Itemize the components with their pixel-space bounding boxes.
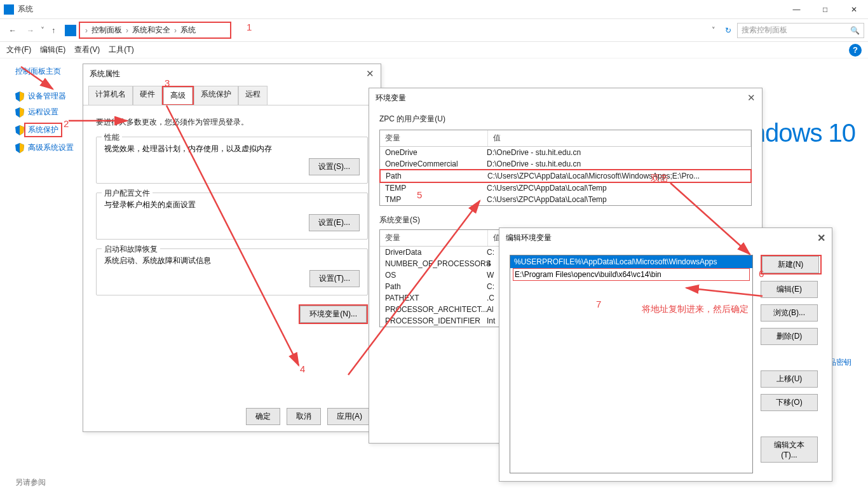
new-button[interactable]: 新建(N) (762, 256, 819, 273)
tab-protection[interactable]: 系统保护 (194, 86, 238, 105)
tab-remote[interactable]: 远程 (238, 86, 268, 105)
admin-text: 要进行大多数更改，您必须作为管理员登录。 (96, 117, 368, 128)
move-up-button[interactable]: 上移(U) (761, 370, 818, 388)
menu-view[interactable]: 查看(V) (74, 44, 100, 55)
dialog-title-bar: 系统属性 ✕ (83, 64, 381, 83)
performance-group: 性能 视觉效果，处理器计划，内存使用，以及虚拟内存 设置(S)... (96, 137, 368, 184)
system-properties-dialog: 系统属性 ✕ 计算机名 硬件 高级 系统保护 远程 要进行大多数更改，您必须作为… (83, 64, 381, 432)
user-vars-section: ZPC 的用户变量(U) 变量 值 OneDriveD:\OneDrive - … (369, 107, 762, 206)
search-input[interactable]: 搜索控制面板 🔍 (737, 23, 864, 38)
link-remote-settings[interactable]: 远程设置 (15, 107, 89, 118)
maximize-button[interactable]: □ (811, 0, 839, 19)
windows-logo-text: ndows 10 (752, 119, 855, 147)
link-label-2: 系统保护 (28, 125, 58, 134)
control-panel-home-link[interactable]: 控制面板主页 (15, 66, 89, 77)
profile-group: 用户配置文件 与登录帐户相关的桌面设置 设置(E)... (96, 193, 368, 240)
sys-vars-label: 系统变量(S) (369, 206, 762, 229)
edit-button[interactable]: 编辑(E) (761, 281, 818, 298)
dialog-footer: 确定 取消 应用(A) (246, 408, 372, 425)
menu-edit[interactable]: 编辑(E) (40, 44, 65, 55)
dialog-body: %USERPROFILE%\AppData\Local\Microsoft\Wi… (499, 247, 832, 481)
group-legend: 用户配置文件 (102, 188, 153, 199)
refresh-icon[interactable]: ↻ (722, 26, 735, 35)
perf-settings-button[interactable]: 设置(S)... (309, 158, 360, 175)
window-controls: — □ ✕ (782, 0, 868, 19)
tab-strip: 计算机名 硬件 高级 系统保护 远程 (83, 83, 381, 105)
path-item-1[interactable]: E:\Program Files\opencv\build\x64\vc14\b… (513, 268, 750, 281)
anno-2: 2 (64, 118, 69, 129)
edit-text-button[interactable]: 编辑文本(T)... (761, 437, 818, 463)
group-legend: 性能 (102, 132, 122, 143)
apply-button[interactable]: 应用(A) (327, 408, 372, 425)
table-row: OneDriveD:\OneDrive - stu.hit.edu.cn (380, 147, 751, 158)
crumb-0[interactable]: 控制面板 (90, 25, 123, 36)
path-row[interactable]: PathC:\Users\ZPC\AppData\Local\Microsoft… (379, 169, 752, 183)
anno-4: 4 (300, 363, 305, 374)
browse-button[interactable]: 浏览(B)... (761, 304, 818, 322)
tab-computer-name[interactable]: 计算机名 (88, 86, 133, 105)
ok-button[interactable]: 确定 (246, 408, 280, 425)
path-item-0[interactable]: %USERPROFILE%\AppData\Local\Microsoft\Wi… (510, 255, 752, 268)
table-row: TMPC:\Users\ZPC\AppData\Local\Temp (380, 194, 751, 205)
forward-button[interactable]: → (23, 23, 38, 38)
delete-button[interactable]: 删除(D) (761, 328, 818, 345)
left-nav: 控制面板主页 设备管理器 远程设置 系统保护 高级系统设置 另请参阅 安全和维护 (0, 58, 89, 488)
dialog-title: 环境变量 (376, 93, 406, 104)
breadcrumb[interactable]: › 控制面板 › 系统和安全 › 系统 (79, 22, 231, 39)
dialog-body: 要进行大多数更改，您必须作为管理员登录。 性能 视觉效果，处理器计划，内存使用，… (83, 105, 381, 332)
address-dropdown[interactable]: ˅ (708, 26, 719, 34)
tab-advanced[interactable]: 高级 (163, 87, 193, 104)
anno-6: 6 (759, 268, 764, 279)
anno-7: 7 (596, 299, 601, 309)
app-icon (4, 4, 14, 15)
link-label-3: 高级系统设置 (28, 142, 74, 153)
dialog-title: 编辑环境变量 (506, 233, 552, 243)
link-system-protection[interactable]: 系统保护 (15, 123, 89, 137)
table-row: TEMPC:\Users\ZPC\AppData\Local\Temp (380, 182, 751, 194)
user-vars-table[interactable]: 变量 值 OneDriveD:\OneDrive - stu.hit.edu.c… (379, 130, 752, 206)
profile-settings-button[interactable]: 设置(E)... (309, 214, 360, 231)
up-button[interactable]: ↑ (46, 23, 61, 38)
menu-tools[interactable]: 工具(T) (109, 44, 133, 55)
history-dropdown[interactable]: ˅ (41, 26, 44, 35)
brand-area: ndows 10 (752, 119, 855, 147)
tab-hardware[interactable]: 硬件 (133, 86, 162, 105)
close-button[interactable]: ✕ (839, 0, 868, 19)
link-label-1: 远程设置 (28, 107, 58, 118)
crumb-2[interactable]: 系统 (179, 25, 197, 36)
shield-icon (15, 125, 24, 135)
menu-bar: 文件(F) 编辑(E) 查看(V) 工具(T) ? (0, 42, 868, 58)
link-advanced-system-settings[interactable]: 高级系统设置 (15, 142, 89, 153)
dialog-title: 系统属性 (90, 69, 120, 79)
close-icon[interactable]: ✕ (366, 68, 374, 79)
link-label-0: 设备管理器 (28, 91, 66, 102)
link-device-manager[interactable]: 设备管理器 (15, 91, 89, 102)
dialog-title-bar: 编辑环境变量 ✕ (499, 228, 832, 247)
path-list[interactable]: %USERPROFILE%\AppData\Local\Microsoft\Wi… (510, 255, 753, 473)
anno-dblclick: 双击 (651, 173, 668, 184)
title-bar: 系统 — □ ✕ (0, 0, 868, 19)
hdr-variable: 变量 (380, 230, 488, 246)
window-title: 系统 (18, 4, 33, 15)
env-vars-button[interactable]: 环境变量(N)... (300, 306, 367, 323)
close-icon[interactable]: ✕ (747, 92, 756, 104)
move-down-button[interactable]: 下移(O) (761, 394, 818, 411)
profile-text: 与登录帐户相关的桌面设置 (104, 200, 360, 210)
nav-bar: ← → ˅ ↑ › 控制面板 › 系统和安全 › 系统 ˅ ↻ 搜索控制面板 🔍 (0, 19, 868, 42)
hdr-variable: 变量 (380, 130, 488, 146)
menu-file[interactable]: 文件(F) (6, 44, 31, 55)
see-also-label: 另请参阅 (15, 477, 89, 488)
startup-settings-button[interactable]: 设置(T)... (309, 270, 360, 287)
dialog-title-bar: 环境变量 ✕ (369, 88, 762, 107)
edit-env-var-dialog: 编辑环境变量 ✕ %USERPROFILE%\AppData\Local\Mic… (499, 227, 832, 482)
anno-3: 3 (165, 78, 170, 88)
back-button[interactable]: ← (5, 23, 20, 38)
crumb-1[interactable]: 系统和安全 (131, 25, 172, 36)
help-icon[interactable]: ? (849, 44, 862, 57)
minimize-button[interactable]: — (782, 0, 811, 19)
user-vars-label: ZPC 的用户变量(U) (379, 114, 752, 125)
cancel-button[interactable]: 取消 (287, 408, 321, 425)
table-row: OneDriveCommercialD:\OneDrive - stu.hit.… (380, 158, 751, 170)
shield-icon (15, 107, 24, 118)
close-icon[interactable]: ✕ (817, 232, 825, 244)
